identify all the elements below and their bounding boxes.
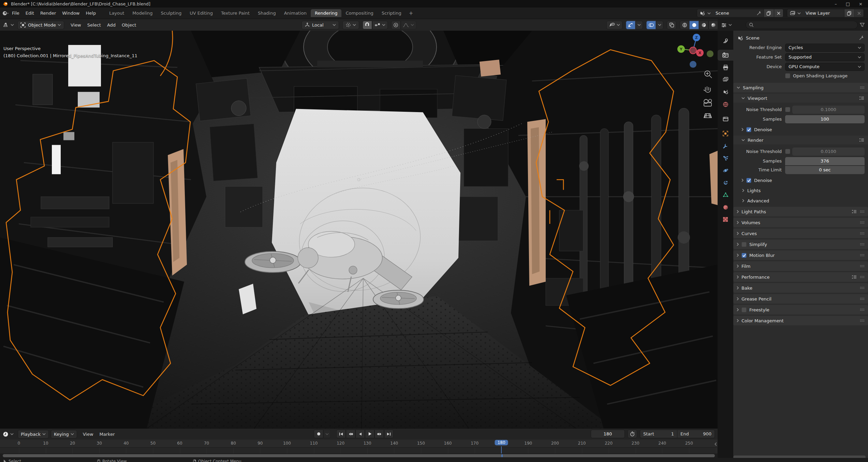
workspace-tab-uv-editing[interactable]: UV Editing [186,9,217,17]
section-color-management[interactable]: Color Management [733,316,868,325]
shading-wireframe-button[interactable] [680,21,689,29]
timeline-ruler[interactable]: 0102030405060708090100110120130140150160… [0,440,718,448]
menu-render[interactable]: Render [37,10,59,17]
section-performance[interactable]: Performance [733,272,868,282]
drag-dots-icon[interactable] [860,221,865,224]
mode-dropdown[interactable]: Object Mode [17,21,64,29]
view-layer-name[interactable]: View Layer [803,9,844,17]
rn-time-limit-value[interactable]: 0 sec [785,166,865,174]
tab-tool[interactable] [718,35,733,46]
add-workspace-button[interactable]: + [406,10,417,16]
gizmos-toggle[interactable] [626,21,635,29]
lights-row[interactable]: Lights [733,186,868,195]
viewport-menu-view[interactable]: View [68,21,84,29]
section-checkbox[interactable] [741,307,747,312]
proportional-editing-toggle[interactable] [391,21,401,29]
workspace-tab-sculpting[interactable]: Sculpting [157,9,186,17]
rn-noise-threshold-value[interactable]: 0.0100 [792,148,865,156]
osl-checkbox[interactable] [785,73,790,78]
timeline-track[interactable] [0,448,718,453]
drag-dots-icon[interactable] [860,319,865,322]
transform-orientation-dropdown[interactable]: Local [301,21,339,29]
timeline-menu-view[interactable]: View [80,431,97,438]
auto-keying-dropdown[interactable] [323,430,331,438]
play-button[interactable] [365,430,374,438]
presets-icon[interactable] [852,275,857,279]
viewport-menu-add[interactable]: Add [104,21,119,29]
vp-samples-value[interactable]: 100 [785,115,865,123]
view-layer-remove-icon[interactable] [854,9,864,17]
advanced-row[interactable]: Advanced [733,197,868,205]
tab-object-data[interactable] [718,189,733,200]
section-light-paths[interactable]: Light Paths [733,207,868,216]
object-visibility-dropdown[interactable] [606,21,622,29]
tab-material[interactable] [718,202,733,213]
section-film[interactable]: Film [733,261,868,271]
viewport-3d[interactable]: Object Mode View Select Add Object Local [0,19,718,429]
pivot-point-dropdown[interactable] [342,21,359,29]
drag-dots-icon[interactable] [860,308,865,311]
use-preview-range-toggle[interactable] [628,430,637,438]
tab-output[interactable] [718,62,733,73]
frame-end-field[interactable]: End900 [677,430,715,438]
presets-icon[interactable] [859,138,865,142]
section-grease-pencil[interactable]: Grease Pencil [733,294,868,304]
drag-dots-icon[interactable] [860,210,865,213]
tab-render[interactable] [718,50,733,61]
drag-dots-icon[interactable] [860,265,865,267]
rn-samples-value[interactable]: 376 [785,157,865,165]
view-layer-new-icon[interactable] [844,9,854,17]
tab-scene[interactable] [718,87,733,97]
app-menu-icon[interactable] [2,11,9,16]
gizmos-dropdown[interactable] [635,21,643,29]
workspace-tab-scripting[interactable]: Scripting [378,9,406,17]
viewport-canvas[interactable]: Z Y X User Perspective (180) Collection.… [0,31,718,429]
timeline-scrollbar[interactable] [3,454,715,457]
feature-set-dropdown[interactable]: Supported [785,53,865,61]
menu-file[interactable]: File [9,10,23,17]
workspace-tab-rendering[interactable]: Rendering [311,9,341,17]
vp-noise-threshold-checkbox[interactable] [785,107,790,112]
workspace-tab-modeling[interactable]: Modeling [128,9,157,17]
drag-dots-icon[interactable] [860,243,865,246]
close-button[interactable]: × [859,1,863,6]
workspace-tab-texture-paint[interactable]: Texture Paint [217,9,254,17]
shading-solid-button[interactable] [689,21,699,29]
menu-window[interactable]: Window [59,10,83,17]
scene-browse-icon[interactable] [697,9,713,17]
previous-keyframe-button[interactable] [346,430,355,438]
editor-type-properties-icon[interactable] [720,22,732,28]
drag-dots-icon[interactable] [860,287,865,289]
rn-noise-threshold-checkbox[interactable] [785,149,790,154]
pin-icon[interactable] [859,35,864,41]
tab-particles[interactable] [718,153,733,164]
xray-toggle[interactable] [667,21,676,29]
playhead[interactable] [501,446,502,453]
drag-dots-icon[interactable] [860,297,865,300]
jump-to-start-button[interactable] [336,430,346,438]
tab-constraints[interactable] [718,177,733,188]
playback-menu[interactable]: Playback [18,430,49,438]
workspace-tab-shading[interactable]: Shading [254,9,280,17]
presets-icon[interactable] [859,96,865,100]
drag-dots-icon[interactable] [860,232,865,235]
tab-texture[interactable] [718,214,733,225]
workspace-tab-layout[interactable]: Layout [105,9,128,17]
tab-view-layer[interactable] [718,74,733,85]
subsection-render[interactable]: Render [733,136,868,144]
render-engine-dropdown[interactable]: Cycles [785,44,865,52]
section-curves[interactable]: Curves [733,229,868,238]
section-volumes[interactable]: Volumes [733,218,868,227]
drag-dots-icon[interactable] [860,276,865,278]
filter-icon[interactable] [860,22,865,27]
rn-denoise-checkbox[interactable] [746,178,751,183]
minimize-button[interactable]: – [835,1,837,6]
scene-name[interactable]: Scene [713,9,754,17]
section-sampling[interactable]: Sampling [733,83,868,92]
proportional-falloff-dropdown[interactable] [401,21,416,29]
timeline-menu-marker[interactable]: Marker [97,431,118,438]
device-dropdown[interactable]: GPU Compute [785,63,865,71]
editor-type-3d-viewport-icon[interactable] [3,22,14,28]
snap-toggle[interactable] [363,21,372,29]
section-checkbox[interactable] [741,253,747,258]
